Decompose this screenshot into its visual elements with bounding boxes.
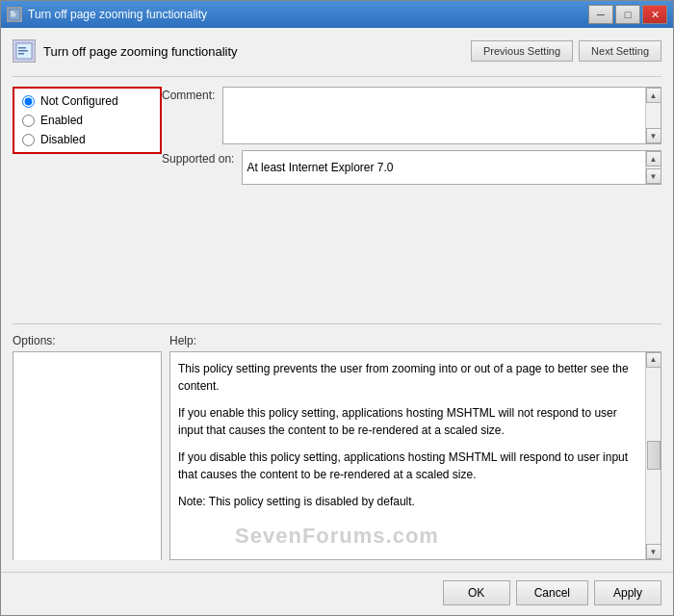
policy-title: Turn off page zooming functionality	[43, 44, 238, 59]
help-panel: Help: This policy setting prevents the u…	[169, 334, 661, 561]
radio-not-configured-label: Not Configured	[40, 94, 118, 108]
radio-enabled[interactable]: Enabled	[22, 114, 152, 127]
bottom-panels: Options: Help: This policy setting preve…	[13, 334, 661, 561]
close-button[interactable]: ✕	[642, 5, 667, 24]
ok-button[interactable]: OK	[443, 580, 510, 605]
comment-scrollbar: ▲ ▼	[645, 88, 661, 143]
comment-scroll-area: ▲ ▼	[222, 87, 661, 144]
supported-scroll-area: At least Internet Explorer 7.0 ▲ ▼	[242, 150, 661, 185]
comment-section: Comment: ▲ ▼	[162, 87, 661, 144]
main-window: Turn off page zooming functionality ─ □ …	[0, 0, 674, 616]
help-para-3: If you disable this policy setting, appl…	[178, 449, 637, 483]
main-area: Not Configured Enabled Disabled Comm	[13, 87, 661, 314]
help-para-2: If you enable this policy setting, appli…	[178, 404, 637, 439]
comment-scroll-up[interactable]: ▲	[646, 88, 661, 103]
footer: OK Cancel Apply	[1, 572, 673, 615]
supported-label: Supported on:	[162, 150, 234, 166]
help-scroll-down[interactable]: ▼	[646, 544, 661, 559]
svg-rect-1	[11, 12, 14, 13]
left-panel: Not Configured Enabled Disabled	[13, 87, 162, 314]
options-label: Options:	[13, 334, 162, 347]
cancel-button[interactable]: Cancel	[516, 580, 588, 605]
supported-section: Supported on: At least Internet Explorer…	[162, 150, 661, 185]
help-scrollbar: ▲ ▼	[645, 352, 661, 560]
options-panel: Options:	[13, 334, 162, 561]
header-divider	[13, 76, 661, 77]
header-row: Turn off page zooming functionality Prev…	[13, 39, 661, 63]
window-icon	[7, 7, 22, 22]
radio-enabled-input[interactable]	[22, 115, 35, 127]
maximize-button[interactable]: □	[615, 5, 640, 24]
radio-group: Not Configured Enabled Disabled	[13, 87, 162, 154]
help-para-1: This policy setting prevents the user fr…	[178, 360, 637, 395]
header-title-area: Turn off page zooming functionality	[13, 39, 238, 63]
supported-scroll-down[interactable]: ▼	[646, 168, 661, 184]
svg-rect-3	[11, 15, 15, 16]
supported-scrollbar: ▲ ▼	[645, 151, 661, 184]
supported-scroll-up[interactable]: ▲	[646, 151, 661, 167]
window-title: Turn off page zooming functionality	[28, 8, 207, 21]
svg-rect-5	[18, 47, 26, 49]
help-label: Help:	[169, 334, 661, 347]
radio-not-configured-input[interactable]	[22, 95, 35, 108]
radio-enabled-label: Enabled	[40, 114, 83, 127]
dialog-content: Turn off page zooming functionality Prev…	[1, 28, 673, 572]
comment-scroll-down[interactable]: ▼	[646, 128, 661, 143]
supported-value: At least Internet Explorer 7.0	[243, 151, 645, 184]
window-controls: ─ □ ✕	[588, 5, 667, 24]
help-para-4: Note: This policy setting is disabled by…	[178, 493, 637, 510]
title-bar-text: Turn off page zooming functionality	[7, 7, 207, 22]
radio-disabled[interactable]: Disabled	[22, 133, 152, 146]
radio-not-configured[interactable]: Not Configured	[22, 94, 152, 108]
svg-rect-6	[18, 50, 28, 52]
apply-button[interactable]: Apply	[594, 580, 661, 605]
comment-input[interactable]	[223, 88, 645, 143]
radio-disabled-input[interactable]	[22, 134, 35, 146]
help-box: This policy setting prevents the user fr…	[169, 351, 661, 561]
policy-icon	[13, 39, 36, 63]
prev-setting-button[interactable]: Previous Setting	[471, 40, 573, 62]
help-text-content: This policy setting prevents the user fr…	[170, 352, 645, 560]
comment-label: Comment:	[162, 87, 215, 102]
options-box	[13, 351, 162, 561]
radio-disabled-label: Disabled	[40, 133, 86, 146]
help-scroll-up[interactable]: ▲	[646, 352, 661, 368]
svg-rect-7	[18, 53, 24, 55]
right-panel: Comment: ▲ ▼ Supported on: At least Inte…	[162, 87, 661, 314]
svg-rect-2	[11, 13, 16, 14]
header-buttons: Previous Setting Next Setting	[471, 40, 661, 62]
next-setting-button[interactable]: Next Setting	[579, 40, 661, 62]
minimize-button[interactable]: ─	[588, 5, 613, 24]
help-scroll-thumb[interactable]	[647, 441, 661, 470]
title-bar: Turn off page zooming functionality ─ □ …	[1, 1, 673, 28]
middle-divider	[13, 323, 661, 324]
